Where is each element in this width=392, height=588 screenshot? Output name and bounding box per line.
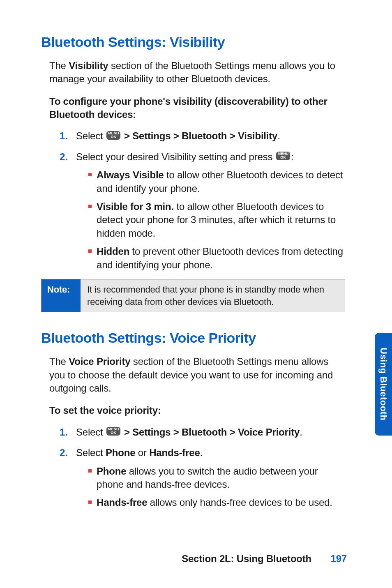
footer-page-number: 197: [331, 553, 347, 564]
menu-ok-icon: MENUOK: [276, 152, 291, 160]
step-number: 2.: [60, 446, 68, 459]
intro-voice-priority: The Voice Priority section of the Blueto…: [41, 355, 345, 395]
step-1: 1. Select MENUOK > Settings > Bluetooth …: [60, 129, 345, 143]
footer-section: Section 2L: Using Bluetooth: [182, 553, 311, 564]
intro-visibility: The Visibility section of the Bluetooth …: [41, 59, 345, 86]
page-content: Bluetooth Settings: Visibility The Visib…: [41, 33, 345, 517]
list-item: Hidden to prevent other Bluetooth device…: [88, 245, 345, 272]
page-footer: Section 2L: Using Bluetooth 197: [182, 552, 347, 565]
step-2: 2. Select your desired Visibility settin…: [60, 150, 345, 272]
list-item: Phone allows you to switch the audio bet…: [88, 465, 345, 491]
step-2: 2. Select Phone or Hands-free. Phone all…: [60, 446, 345, 510]
note-label: Note:: [42, 279, 81, 312]
step-number: 1.: [60, 426, 68, 439]
step-number: 1.: [60, 129, 68, 143]
list-item: Visible for 3 min. to allow other Blueto…: [88, 200, 345, 240]
list-item: Always Visible to allow other Bluetooth …: [88, 168, 345, 195]
menu-ok-icon: MENUOK: [106, 427, 121, 436]
note-box: Note: It is recommended that your phone …: [41, 279, 345, 312]
heading-visibility: Bluetooth Settings: Visibility: [41, 33, 345, 52]
step-1: 1. Select MENUOK > Settings > Bluetooth …: [60, 426, 345, 439]
note-content: It is recommended that your phone is in …: [81, 279, 345, 312]
side-tab: Using Bluetooth: [375, 333, 392, 436]
side-tab-label: Using Bluetooth: [377, 348, 390, 420]
steps-visibility: 1. Select MENUOK > Settings > Bluetooth …: [41, 129, 345, 272]
steps-voice-priority: 1. Select MENUOK > Settings > Bluetooth …: [41, 426, 345, 510]
step-number: 2.: [60, 150, 68, 164]
visibility-options: Always Visible to allow other Bluetooth …: [88, 168, 345, 272]
subhead-visibility: To configure your phone's visibility (di…: [41, 95, 345, 122]
subhead-voice-priority: To set the voice priority:: [41, 404, 345, 417]
heading-voice-priority: Bluetooth Settings: Voice Priority: [41, 329, 345, 348]
menu-ok-icon: MENUOK: [106, 131, 121, 140]
list-item: Hands-free allows only hands-free device…: [88, 496, 345, 509]
voice-priority-options: Phone allows you to switch the audio bet…: [88, 465, 345, 510]
